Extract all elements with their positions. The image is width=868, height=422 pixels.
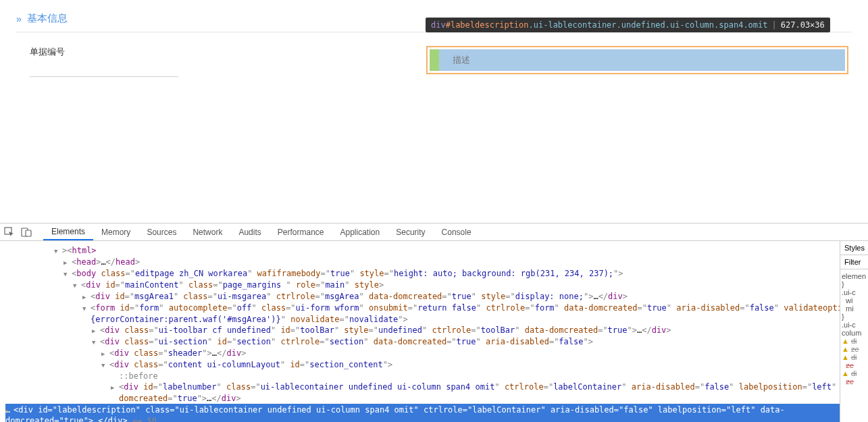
device-toggle-icon[interactable]	[21, 227, 32, 238]
devtools-toolbar: Elements Memory Sources Network Audits P…	[0, 223, 868, 241]
tab-console[interactable]: Console	[434, 223, 480, 240]
field-number: 单据编号	[16, 46, 418, 77]
tab-elements[interactable]: Elements	[43, 223, 93, 240]
field-description: 描述	[426, 46, 848, 77]
tab-network[interactable]: Network	[184, 223, 230, 240]
styles-pane: Styles Filter elemen}.ui-c wi mi}.ui-cco…	[840, 241, 868, 422]
tooltip-tag: div	[431, 20, 446, 30]
tab-audits[interactable]: Audits	[230, 223, 269, 240]
tooltip-classes: .ui-lablecontainer.undefined.ui-column.s…	[529, 20, 768, 30]
tab-memory[interactable]: Memory	[93, 223, 138, 240]
styles-rules: elemen}.ui-c wi mi}.ui-ccolum▲ di▲ ze▲ d…	[840, 269, 868, 388]
inspect-element-icon[interactable]	[4, 227, 15, 238]
tab-performance[interactable]: Performance	[270, 223, 332, 240]
styles-tab-label[interactable]: Styles	[840, 241, 868, 255]
tab-application[interactable]: Application	[332, 223, 388, 240]
page-content: » 基本信息 单据编号 描述	[0, 0, 868, 223]
styles-filter[interactable]: Filter	[840, 255, 868, 269]
devtools-body: ><html><head>…</head><body class="editpa…	[0, 241, 868, 422]
field-description-placeholder: 描述	[453, 54, 470, 66]
tooltip-id: #labeldescription	[446, 20, 529, 30]
tab-security[interactable]: Security	[388, 223, 433, 240]
section-title: 基本信息	[27, 12, 68, 25]
svg-rect-2	[26, 230, 31, 236]
devtools-panel: Elements Memory Sources Network Audits P…	[0, 223, 868, 422]
field-number-label: 单据编号	[30, 46, 418, 58]
inspect-tooltip: div#labeldescription.ui-lablecontainer.u…	[426, 18, 830, 32]
inspected-element-highlight: 描述	[426, 46, 848, 74]
content-indicator: 描述	[439, 49, 845, 71]
devtools-tabs: Elements Memory Sources Network Audits P…	[43, 223, 480, 240]
form-row: 单据编号 描述	[16, 32, 852, 77]
field-number-input[interactable]	[30, 59, 178, 77]
tooltip-dimensions: 627.03×36	[781, 20, 825, 30]
tab-sources[interactable]: Sources	[138, 223, 184, 240]
dom-tree[interactable]: ><html><head>…</head><body class="editpa…	[0, 241, 840, 422]
selected-dom-node[interactable]: …<div id="labeldescription" class="ui-la…	[5, 404, 840, 422]
padding-indicator	[430, 49, 439, 71]
collapse-icon: »	[16, 14, 22, 24]
